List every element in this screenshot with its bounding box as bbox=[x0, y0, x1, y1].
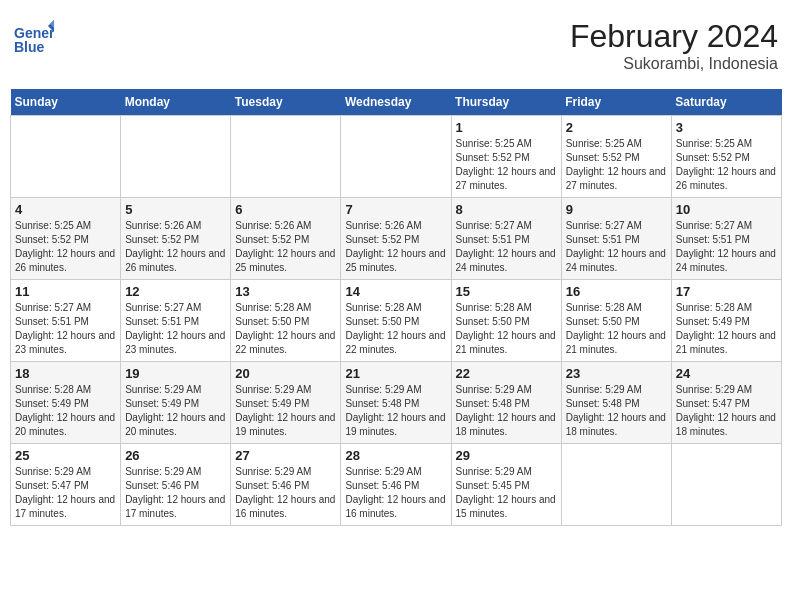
day-info: Sunrise: 5:28 AM Sunset: 5:50 PM Dayligh… bbox=[566, 301, 667, 357]
day-number: 2 bbox=[566, 120, 667, 135]
day-info: Sunrise: 5:29 AM Sunset: 5:47 PM Dayligh… bbox=[676, 383, 777, 439]
calendar-week-4: 18Sunrise: 5:28 AM Sunset: 5:49 PM Dayli… bbox=[11, 362, 782, 444]
day-info: Sunrise: 5:29 AM Sunset: 5:48 PM Dayligh… bbox=[566, 383, 667, 439]
calendar-cell: 8Sunrise: 5:27 AM Sunset: 5:51 PM Daylig… bbox=[451, 198, 561, 280]
calendar-cell bbox=[341, 116, 451, 198]
day-info: Sunrise: 5:28 AM Sunset: 5:50 PM Dayligh… bbox=[345, 301, 446, 357]
calendar-table: SundayMondayTuesdayWednesdayThursdayFrid… bbox=[10, 89, 782, 526]
calendar-cell bbox=[121, 116, 231, 198]
day-number: 29 bbox=[456, 448, 557, 463]
calendar-cell: 20Sunrise: 5:29 AM Sunset: 5:49 PM Dayli… bbox=[231, 362, 341, 444]
calendar-cell: 2Sunrise: 5:25 AM Sunset: 5:52 PM Daylig… bbox=[561, 116, 671, 198]
day-header-saturday: Saturday bbox=[671, 89, 781, 116]
day-info: Sunrise: 5:25 AM Sunset: 5:52 PM Dayligh… bbox=[15, 219, 116, 275]
day-number: 20 bbox=[235, 366, 336, 381]
day-info: Sunrise: 5:26 AM Sunset: 5:52 PM Dayligh… bbox=[235, 219, 336, 275]
day-number: 11 bbox=[15, 284, 116, 299]
calendar-header-row: SundayMondayTuesdayWednesdayThursdayFrid… bbox=[11, 89, 782, 116]
page-subtitle: Sukorambi, Indonesia bbox=[570, 55, 778, 73]
day-info: Sunrise: 5:29 AM Sunset: 5:48 PM Dayligh… bbox=[345, 383, 446, 439]
day-info: Sunrise: 5:25 AM Sunset: 5:52 PM Dayligh… bbox=[566, 137, 667, 193]
calendar-week-1: 1Sunrise: 5:25 AM Sunset: 5:52 PM Daylig… bbox=[11, 116, 782, 198]
day-info: Sunrise: 5:29 AM Sunset: 5:49 PM Dayligh… bbox=[125, 383, 226, 439]
day-number: 21 bbox=[345, 366, 446, 381]
day-number: 26 bbox=[125, 448, 226, 463]
calendar-cell: 19Sunrise: 5:29 AM Sunset: 5:49 PM Dayli… bbox=[121, 362, 231, 444]
day-number: 17 bbox=[676, 284, 777, 299]
day-number: 1 bbox=[456, 120, 557, 135]
day-number: 8 bbox=[456, 202, 557, 217]
calendar-cell: 16Sunrise: 5:28 AM Sunset: 5:50 PM Dayli… bbox=[561, 280, 671, 362]
calendar-cell: 25Sunrise: 5:29 AM Sunset: 5:47 PM Dayli… bbox=[11, 444, 121, 526]
calendar-cell: 5Sunrise: 5:26 AM Sunset: 5:52 PM Daylig… bbox=[121, 198, 231, 280]
day-header-friday: Friday bbox=[561, 89, 671, 116]
calendar-cell bbox=[561, 444, 671, 526]
calendar-cell: 14Sunrise: 5:28 AM Sunset: 5:50 PM Dayli… bbox=[341, 280, 451, 362]
calendar-cell: 3Sunrise: 5:25 AM Sunset: 5:52 PM Daylig… bbox=[671, 116, 781, 198]
day-info: Sunrise: 5:29 AM Sunset: 5:49 PM Dayligh… bbox=[235, 383, 336, 439]
day-info: Sunrise: 5:27 AM Sunset: 5:51 PM Dayligh… bbox=[566, 219, 667, 275]
day-number: 18 bbox=[15, 366, 116, 381]
day-header-tuesday: Tuesday bbox=[231, 89, 341, 116]
calendar-cell: 27Sunrise: 5:29 AM Sunset: 5:46 PM Dayli… bbox=[231, 444, 341, 526]
day-number: 14 bbox=[345, 284, 446, 299]
day-info: Sunrise: 5:26 AM Sunset: 5:52 PM Dayligh… bbox=[125, 219, 226, 275]
calendar-cell: 13Sunrise: 5:28 AM Sunset: 5:50 PM Dayli… bbox=[231, 280, 341, 362]
calendar-cell: 12Sunrise: 5:27 AM Sunset: 5:51 PM Dayli… bbox=[121, 280, 231, 362]
day-info: Sunrise: 5:27 AM Sunset: 5:51 PM Dayligh… bbox=[676, 219, 777, 275]
page-header: General Blue February 2024 Sukorambi, In… bbox=[10, 10, 782, 81]
day-number: 9 bbox=[566, 202, 667, 217]
day-number: 7 bbox=[345, 202, 446, 217]
calendar-cell: 15Sunrise: 5:28 AM Sunset: 5:50 PM Dayli… bbox=[451, 280, 561, 362]
day-number: 15 bbox=[456, 284, 557, 299]
day-info: Sunrise: 5:29 AM Sunset: 5:47 PM Dayligh… bbox=[15, 465, 116, 521]
day-info: Sunrise: 5:29 AM Sunset: 5:48 PM Dayligh… bbox=[456, 383, 557, 439]
day-number: 3 bbox=[676, 120, 777, 135]
calendar-cell: 11Sunrise: 5:27 AM Sunset: 5:51 PM Dayli… bbox=[11, 280, 121, 362]
calendar-cell: 21Sunrise: 5:29 AM Sunset: 5:48 PM Dayli… bbox=[341, 362, 451, 444]
day-info: Sunrise: 5:28 AM Sunset: 5:49 PM Dayligh… bbox=[15, 383, 116, 439]
day-info: Sunrise: 5:28 AM Sunset: 5:49 PM Dayligh… bbox=[676, 301, 777, 357]
day-header-sunday: Sunday bbox=[11, 89, 121, 116]
day-number: 5 bbox=[125, 202, 226, 217]
day-info: Sunrise: 5:29 AM Sunset: 5:46 PM Dayligh… bbox=[235, 465, 336, 521]
day-info: Sunrise: 5:26 AM Sunset: 5:52 PM Dayligh… bbox=[345, 219, 446, 275]
calendar-week-2: 4Sunrise: 5:25 AM Sunset: 5:52 PM Daylig… bbox=[11, 198, 782, 280]
day-info: Sunrise: 5:25 AM Sunset: 5:52 PM Dayligh… bbox=[456, 137, 557, 193]
day-header-wednesday: Wednesday bbox=[341, 89, 451, 116]
day-number: 16 bbox=[566, 284, 667, 299]
calendar-cell: 29Sunrise: 5:29 AM Sunset: 5:45 PM Dayli… bbox=[451, 444, 561, 526]
title-block: February 2024 Sukorambi, Indonesia bbox=[570, 18, 778, 73]
day-number: 24 bbox=[676, 366, 777, 381]
day-info: Sunrise: 5:28 AM Sunset: 5:50 PM Dayligh… bbox=[456, 301, 557, 357]
day-number: 4 bbox=[15, 202, 116, 217]
calendar-cell: 24Sunrise: 5:29 AM Sunset: 5:47 PM Dayli… bbox=[671, 362, 781, 444]
calendar-cell: 17Sunrise: 5:28 AM Sunset: 5:49 PM Dayli… bbox=[671, 280, 781, 362]
day-number: 22 bbox=[456, 366, 557, 381]
logo: General Blue bbox=[14, 18, 58, 58]
day-info: Sunrise: 5:27 AM Sunset: 5:51 PM Dayligh… bbox=[456, 219, 557, 275]
day-info: Sunrise: 5:25 AM Sunset: 5:52 PM Dayligh… bbox=[676, 137, 777, 193]
calendar-cell bbox=[671, 444, 781, 526]
calendar-cell bbox=[11, 116, 121, 198]
page-title: February 2024 bbox=[570, 18, 778, 55]
calendar-cell: 22Sunrise: 5:29 AM Sunset: 5:48 PM Dayli… bbox=[451, 362, 561, 444]
day-info: Sunrise: 5:29 AM Sunset: 5:46 PM Dayligh… bbox=[125, 465, 226, 521]
calendar-cell: 1Sunrise: 5:25 AM Sunset: 5:52 PM Daylig… bbox=[451, 116, 561, 198]
day-number: 19 bbox=[125, 366, 226, 381]
calendar-cell: 28Sunrise: 5:29 AM Sunset: 5:46 PM Dayli… bbox=[341, 444, 451, 526]
svg-text:Blue: Blue bbox=[14, 39, 45, 55]
day-header-monday: Monday bbox=[121, 89, 231, 116]
calendar-cell: 10Sunrise: 5:27 AM Sunset: 5:51 PM Dayli… bbox=[671, 198, 781, 280]
day-number: 25 bbox=[15, 448, 116, 463]
day-info: Sunrise: 5:27 AM Sunset: 5:51 PM Dayligh… bbox=[125, 301, 226, 357]
calendar-cell: 4Sunrise: 5:25 AM Sunset: 5:52 PM Daylig… bbox=[11, 198, 121, 280]
day-number: 10 bbox=[676, 202, 777, 217]
calendar-cell: 6Sunrise: 5:26 AM Sunset: 5:52 PM Daylig… bbox=[231, 198, 341, 280]
logo-icon: General Blue bbox=[14, 18, 54, 58]
day-number: 12 bbox=[125, 284, 226, 299]
day-header-thursday: Thursday bbox=[451, 89, 561, 116]
calendar-cell: 7Sunrise: 5:26 AM Sunset: 5:52 PM Daylig… bbox=[341, 198, 451, 280]
day-number: 13 bbox=[235, 284, 336, 299]
calendar-cell bbox=[231, 116, 341, 198]
